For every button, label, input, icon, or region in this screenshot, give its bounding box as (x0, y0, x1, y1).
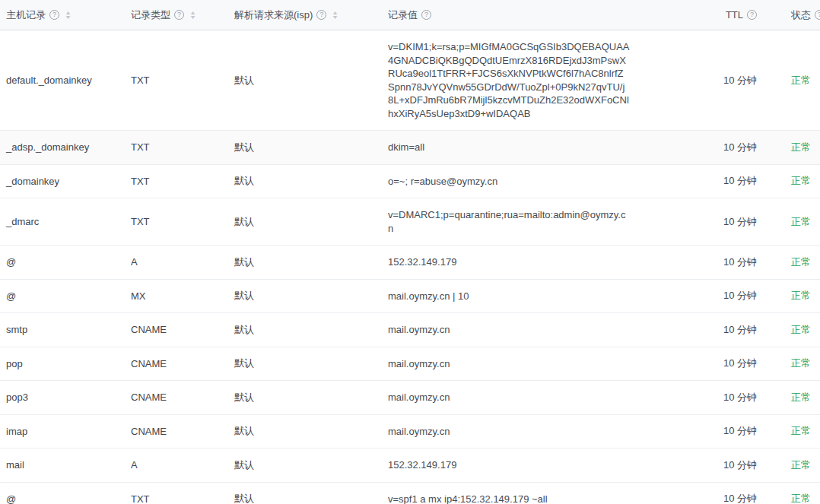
host-record-cell: @ (0, 256, 131, 268)
host-record-cell: _domainkey (0, 176, 131, 187)
dns-records-table: 主机记录 ? ▲ ▼ 记录类型 ? ▲ ▼ 解析请求来源(isp) ? ▲ ▼ … (0, 0, 820, 504)
sort-carets-icon[interactable]: ▲ ▼ (332, 11, 338, 20)
record-value-cell: mail.oymzy.cn (388, 381, 639, 414)
caret-down-icon: ▼ (332, 15, 338, 20)
sort-carets-icon[interactable]: ▲ ▼ (190, 11, 195, 20)
status-cell: 正常 (757, 289, 820, 303)
record-type-cell: A (131, 256, 234, 268)
ttl-cell: 10 分钟 (639, 141, 757, 154)
help-icon[interactable]: ? (747, 10, 757, 20)
status-link[interactable]: 正常 (791, 141, 811, 153)
status-link[interactable]: 正常 (791, 74, 811, 86)
ttl-cell: 10 分钟 (639, 289, 757, 303)
record-type-cell: CNAME (131, 391, 234, 403)
record-type-cell: MX (131, 290, 234, 302)
caret-down-icon: ▼ (189, 15, 196, 20)
status-cell: 正常 (757, 323, 820, 337)
host-record-cell: pop (0, 358, 131, 369)
host-record-cell: mail (0, 459, 131, 471)
sort-carets-icon[interactable]: ▲ ▼ (65, 11, 71, 20)
isp-cell: 默认 (234, 492, 388, 504)
ttl-cell: 10 分钟 (639, 357, 757, 370)
table-row: _domainkey TXT 默认 o=~; r=abuse@oymzy.cn … (0, 165, 820, 199)
table-row: mail A 默认 152.32.149.179 10 分钟 正常 (0, 449, 820, 483)
isp-cell: 默认 (234, 215, 388, 229)
ttl-cell: 10 分钟 (639, 174, 757, 188)
ttl-cell: 10 分钟 (639, 255, 757, 269)
column-label: 记录类型 (131, 8, 170, 22)
record-type-cell: TXT (131, 141, 234, 153)
status-cell: 正常 (757, 255, 820, 269)
record-value-cell: 152.32.149.179 (388, 449, 639, 482)
status-link[interactable]: 正常 (791, 493, 811, 504)
record-value-cell: o=~; r=abuse@oymzy.cn (388, 165, 639, 198)
status-link[interactable]: 正常 (791, 357, 811, 369)
help-icon[interactable]: ? (815, 10, 820, 20)
status-cell: 正常 (757, 492, 820, 504)
record-type-cell: A (131, 459, 234, 471)
record-type-cell: TXT (131, 216, 234, 227)
status-cell: 正常 (757, 391, 820, 404)
record-type-cell: CNAME (131, 324, 234, 335)
record-value-cell: v=spf1 a mx ip4:152.32.149.179 ~all (388, 483, 639, 504)
column-label: 记录值 (388, 8, 418, 22)
status-link[interactable]: 正常 (791, 324, 811, 335)
status-cell: 正常 (757, 357, 820, 370)
table-row: pop3 CNAME 默认 mail.oymzy.cn 10 分钟 正常 (0, 381, 820, 415)
status-link[interactable]: 正常 (791, 459, 811, 471)
table-row: _dmarc TXT 默认 v=DMARC1;p=quarantine;rua=… (0, 198, 820, 246)
help-icon[interactable]: ? (316, 10, 326, 20)
table-row: @ MX 默认 mail.oymzy.cn | 10 10 分钟 正常 (0, 280, 820, 314)
table-row: imap CNAME 默认 mail.oymzy.cn 10 分钟 正常 (0, 415, 820, 449)
help-icon[interactable]: ? (421, 10, 431, 20)
table-row: @ TXT 默认 v=spf1 a mx ip4:152.32.149.179 … (0, 483, 820, 504)
caret-down-icon: ▼ (65, 15, 72, 20)
column-header-type[interactable]: 记录类型 ? ▲ ▼ (131, 8, 234, 22)
record-value-cell: mail.oymzy.cn (388, 415, 639, 449)
isp-cell: 默认 (234, 424, 388, 438)
status-cell: 正常 (757, 458, 820, 472)
isp-cell: 默认 (234, 323, 388, 337)
status-cell: 正常 (757, 424, 820, 438)
ttl-cell: 10 分钟 (639, 323, 757, 337)
isp-cell: 默认 (234, 141, 388, 154)
status-link[interactable]: 正常 (791, 175, 811, 186)
isp-cell: 默认 (234, 289, 388, 303)
isp-cell: 默认 (234, 357, 388, 370)
ttl-cell: 10 分钟 (639, 74, 757, 87)
record-value-cell: dkim=all (388, 131, 639, 164)
column-header-isp[interactable]: 解析请求来源(isp) ? ▲ ▼ (234, 8, 388, 22)
column-header-host[interactable]: 主机记录 ? ▲ ▼ (0, 8, 131, 22)
column-header-status: 状态 ? (757, 8, 820, 22)
column-label: TTL (726, 9, 743, 21)
host-record-cell: _adsp._domainkey (0, 141, 131, 153)
record-value-cell: mail.oymzy.cn (388, 313, 639, 347)
status-cell: 正常 (757, 141, 820, 154)
record-value-cell: v=DMARC1;p=quarantine;rua=mailto:admin@o… (388, 198, 639, 245)
ttl-cell: 10 分钟 (639, 458, 757, 472)
host-record-cell: pop3 (0, 391, 131, 403)
help-icon[interactable]: ? (49, 10, 59, 20)
ttl-cell: 10 分钟 (639, 492, 757, 504)
record-value-cell: mail.oymzy.cn (388, 347, 639, 381)
status-link[interactable]: 正常 (791, 256, 811, 268)
host-record-cell: default._domainkey (0, 74, 131, 86)
isp-cell: 默认 (234, 391, 388, 404)
isp-cell: 默认 (234, 74, 388, 87)
table-row: @ A 默认 152.32.149.179 10 分钟 正常 (0, 246, 820, 280)
record-type-cell: TXT (131, 176, 234, 187)
host-record-cell: smtp (0, 324, 131, 335)
status-link[interactable]: 正常 (791, 391, 811, 403)
status-link[interactable]: 正常 (791, 290, 811, 301)
table-row: pop CNAME 默认 mail.oymzy.cn 10 分钟 正常 (0, 347, 820, 382)
table-row: _adsp._domainkey TXT 默认 dkim=all 10 分钟 正… (0, 131, 820, 165)
status-link[interactable]: 正常 (791, 216, 811, 227)
record-value-cell: mail.oymzy.cn | 10 (388, 280, 639, 313)
isp-cell: 默认 (234, 174, 388, 188)
help-icon[interactable]: ? (174, 10, 184, 20)
table-row: default._domainkey TXT 默认 v=DKIM1;k=rsa;… (0, 30, 820, 131)
isp-cell: 默认 (234, 458, 388, 472)
status-link[interactable]: 正常 (791, 425, 811, 436)
table-row: smtp CNAME 默认 mail.oymzy.cn 10 分钟 正常 (0, 313, 820, 347)
record-type-cell: TXT (131, 74, 234, 86)
